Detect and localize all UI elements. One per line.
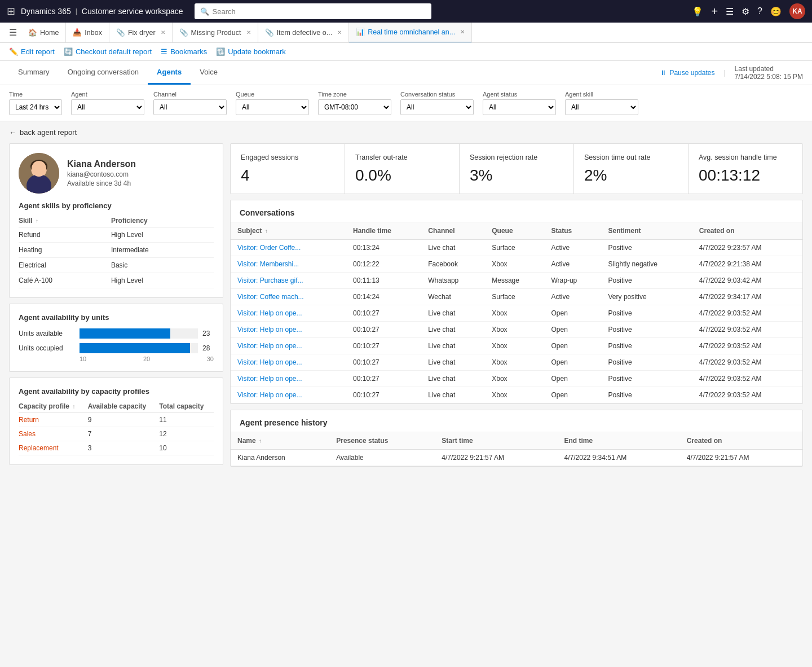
bar-value: 23 — [202, 330, 214, 337]
conversation-subject-link[interactable]: Visitor: Membershi... — [237, 260, 299, 268]
tab-fix-dryer[interactable]: 📎 Fix dryer ✕ — [109, 23, 173, 43]
subject-col-header: Subject ↑ — [231, 222, 346, 240]
conversation-subject-link[interactable]: Visitor: Help on ope... — [237, 342, 302, 350]
bookmarks-button[interactable]: ☰ Bookmarks — [161, 46, 207, 57]
filter-queue: Queue All — [236, 91, 309, 115]
channel-col-header: Channel — [421, 222, 485, 240]
agent-email: kiana@contoso.com — [67, 170, 136, 178]
table-row: HeatingIntermediate — [19, 243, 214, 258]
table-row: Visitor: Order Coffe... 00:13:24 Live ch… — [231, 240, 802, 256]
agent-card: Kiana Anderson kiana@contoso.com Availab… — [9, 143, 223, 298]
conversation-subject-link[interactable]: Visitor: Coffee mach... — [237, 293, 304, 301]
help-icon[interactable]: ? — [757, 6, 762, 16]
tab-inbox[interactable]: 📥 Inbox — [66, 23, 109, 43]
table-row: Visitor: Coffee mach... 00:14:24 Wechat … — [231, 289, 802, 305]
table-row: ElectricalBasic — [19, 258, 214, 273]
start-time-col-header: Start time — [435, 432, 557, 450]
skill-sort-icon[interactable]: ↑ — [36, 218, 38, 224]
update-bookmark-button[interactable]: 🔃 Update bookmark — [216, 46, 286, 57]
checkout-default-button[interactable]: 🔄 Checkout default report — [64, 46, 152, 57]
close-fix-dryer[interactable]: ✕ — [161, 29, 165, 36]
conversation-subject-link[interactable]: Visitor: Help on ope... — [237, 358, 302, 366]
lightbulb-icon[interactable]: 💡 — [692, 6, 703, 17]
kpi-title: Transfer out-rate — [355, 153, 449, 162]
channel-select[interactable]: All — [153, 99, 227, 115]
agent-status-select[interactable]: All — [483, 99, 556, 115]
status-col-header: Status — [544, 222, 601, 240]
agent-select[interactable]: All — [71, 99, 144, 115]
conversation-subject-link[interactable]: Visitor: Help on ope... — [237, 375, 302, 383]
kpi-row: Engaged sessions 4 Transfer out-rate 0.0… — [230, 143, 803, 194]
kpi-title: Avg. session handle time — [699, 153, 792, 162]
left-panel: Kiana Anderson kiana@contoso.com Availab… — [9, 143, 223, 465]
presence-table: Name ↑ Presence status Start time End ti… — [231, 432, 802, 466]
conversation-subject-link[interactable]: Visitor: Help on ope... — [237, 326, 302, 334]
capacity-profiles-card: Agent availability by capacity profiles … — [9, 378, 223, 465]
close-real-time[interactable]: ✕ — [460, 29, 465, 35]
tab-ongoing-conversation[interactable]: Ongoing conversation — [59, 61, 148, 85]
grid-icon[interactable]: ⊞ — [7, 5, 15, 17]
two-column-layout: Kiana Anderson kiana@contoso.com Availab… — [9, 143, 803, 467]
kpi-value: 00:13:12 — [699, 166, 792, 185]
capacity-profile-link[interactable]: Return — [19, 416, 39, 424]
filter-conversation-status: Conversation status All — [400, 91, 474, 115]
available-capacity-col: Available capacity — [88, 400, 160, 413]
conversation-subject-link[interactable]: Visitor: Help on ope... — [237, 391, 302, 399]
presence-history-section: Agent presence history Name ↑ Presence s… — [230, 410, 803, 467]
hamburger-menu[interactable]: ☰ — [5, 27, 21, 38]
bar-outer — [80, 343, 198, 353]
tab-item-defective[interactable]: 📎 Item defective o... ✕ — [258, 23, 350, 43]
kpi-card: Session rejection rate 3% — [460, 144, 574, 194]
conversation-subject-link[interactable]: Visitor: Order Coffe... — [237, 244, 301, 252]
user-avatar[interactable]: KA — [789, 3, 805, 19]
agent-info: Kiana Anderson kiana@contoso.com Availab… — [19, 153, 214, 194]
bar-label: Units occupied — [19, 344, 75, 352]
inbox-icon: 📥 — [73, 28, 82, 37]
agent-availability-status: Available since 3d 4h — [67, 179, 136, 187]
back-arrow-icon: ← — [9, 128, 16, 137]
subject-sort-icon[interactable]: ↑ — [265, 228, 268, 234]
pause-updates-button[interactable]: ⏸ Pause updates — [660, 69, 714, 77]
avatar — [19, 153, 59, 194]
tab-real-time[interactable]: 📊 Real time omnichannel an... ✕ — [349, 23, 472, 43]
agent-skill-select[interactable]: All — [565, 99, 638, 115]
tab-missing-product[interactable]: 📎 Missing Product ✕ — [173, 23, 258, 43]
close-item-defective[interactable]: ✕ — [337, 29, 342, 36]
tab-voice[interactable]: Voice — [191, 61, 227, 85]
conversation-subject-link[interactable]: Visitor: Purchase gif... — [237, 277, 303, 284]
edit-report-button[interactable]: ✏️ Edit report — [9, 46, 55, 57]
app-name: Dynamics 365 — [21, 7, 71, 16]
presence-table-wrapper[interactable]: Name ↑ Presence status Start time End ti… — [231, 432, 802, 466]
search-bar[interactable]: 🔍 — [195, 3, 431, 19]
name-sort-icon[interactable]: ↑ — [259, 438, 262, 444]
conversation-status-select[interactable]: All — [400, 99, 474, 115]
conversations-header-row: Subject ↑ Handle time Channel Queue Stat… — [231, 222, 802, 240]
tab-summary[interactable]: Summary — [9, 61, 59, 85]
link-icon3: 📎 — [265, 28, 274, 37]
availability-units-card: Agent availability by units Units availa… — [9, 304, 223, 372]
table-row: Visitor: Purchase gif... 00:11:13 Whatsa… — [231, 273, 802, 289]
back-link[interactable]: ← back agent report — [9, 128, 803, 137]
capacity-profile-link[interactable]: Sales — [19, 430, 36, 438]
kpi-card: Session time out rate 2% — [574, 144, 689, 194]
conversation-subject-link[interactable]: Visitor: Help on ope... — [237, 309, 302, 317]
presence-header-row: Name ↑ Presence status Start time End ti… — [231, 432, 802, 450]
time-select[interactable]: Last 24 hrs — [9, 99, 62, 115]
settings-icon[interactable]: ⚙ — [742, 6, 749, 17]
filter-icon[interactable]: ☰ — [726, 6, 734, 17]
main-content: ← back agent report — [0, 121, 812, 667]
conversations-table-wrapper[interactable]: Subject ↑ Handle time Channel Queue Stat… — [231, 222, 802, 403]
feedback-icon[interactable]: 😊 — [770, 6, 782, 17]
last-updated-info: ⏸ Pause updates | Last updated 7/14/2022… — [660, 65, 803, 81]
table-row: Visitor: Help on ope... 00:10:27 Live ch… — [231, 354, 802, 371]
timezone-select[interactable]: GMT-08:00 — [318, 99, 391, 115]
plus-icon[interactable]: + — [711, 5, 718, 18]
capacity-profile-link[interactable]: Replacement — [19, 444, 59, 452]
queue-select[interactable]: All — [236, 99, 309, 115]
close-missing-product[interactable]: ✕ — [246, 29, 251, 36]
tab-home[interactable]: 🏠 Home — [21, 23, 66, 43]
tab-agents[interactable]: Agents — [148, 61, 191, 85]
table-row: Visitor: Help on ope... 00:10:27 Live ch… — [231, 387, 802, 403]
presence-created-on-col-header: Created on — [680, 432, 802, 450]
search-input[interactable] — [213, 7, 426, 16]
